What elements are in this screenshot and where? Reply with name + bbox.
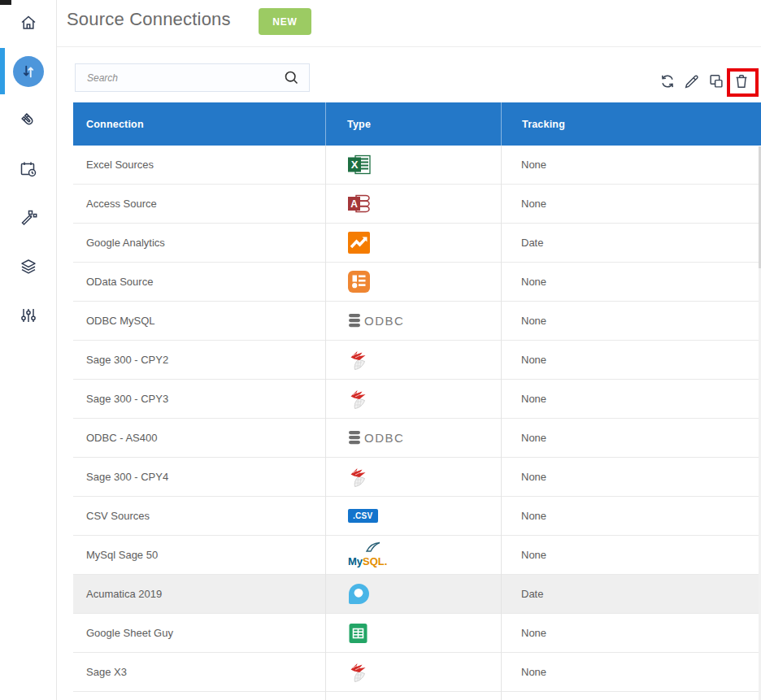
sql-server-icon bbox=[348, 388, 370, 411]
excel-icon: X bbox=[348, 154, 372, 176]
type-cell bbox=[325, 263, 501, 301]
sidebar-item-source-connections[interactable] bbox=[0, 47, 56, 96]
sidebar-item-home[interactable] bbox=[0, 0, 56, 47]
app-window: Source Connections NEW Connection bbox=[0, 0, 761, 700]
table-row[interactable]: Sage 300 - CPY4 None bbox=[73, 458, 761, 497]
connection-cell: Google Sheet Guy bbox=[73, 614, 325, 652]
mysql-icon: MySQL. bbox=[348, 543, 390, 567]
type-cell: MySQL. bbox=[325, 536, 501, 574]
access-icon: A bbox=[348, 193, 372, 215]
table-row[interactable]: MySql Sage 50 MySQL. None bbox=[73, 536, 761, 575]
tracking-cell: None bbox=[501, 653, 761, 691]
csv-icon: .CSV bbox=[348, 509, 378, 523]
connection-cell: Access Source bbox=[73, 185, 325, 223]
connection-cell: OData Source bbox=[73, 263, 325, 301]
google-sheets-icon bbox=[348, 623, 368, 644]
magic-wand-icon bbox=[19, 208, 38, 228]
tracking-cell: None bbox=[501, 380, 761, 418]
table-row[interactable]: Acumatica 2019 Date bbox=[73, 575, 761, 614]
table-row[interactable]: ODBC - AS400 ODBC None bbox=[73, 419, 761, 458]
svg-text:A: A bbox=[350, 198, 358, 210]
type-cell bbox=[325, 341, 501, 379]
magnet-icon bbox=[19, 111, 38, 130]
type-cell: X bbox=[325, 146, 501, 184]
refresh-icon bbox=[659, 72, 676, 90]
type-cell bbox=[325, 458, 501, 496]
calendar-clock-icon bbox=[19, 159, 38, 179]
table-row[interactable]: CSV Sources .CSV None bbox=[73, 497, 761, 536]
type-cell: A bbox=[325, 185, 501, 223]
delete-button[interactable] bbox=[733, 72, 750, 90]
page-title: Source Connections bbox=[67, 9, 231, 30]
google-analytics-icon bbox=[348, 232, 370, 254]
odata-icon bbox=[348, 271, 370, 293]
sidebar-item-mapping[interactable] bbox=[0, 193, 56, 242]
type-cell bbox=[325, 224, 501, 262]
tracking-cell: Date bbox=[501, 575, 761, 613]
tracking-cell: None bbox=[501, 614, 761, 652]
layers-icon bbox=[19, 257, 38, 276]
edit-pencil-icon bbox=[683, 72, 701, 90]
connection-cell: Sage X3 bbox=[73, 653, 325, 691]
column-header-tracking[interactable]: Tracking bbox=[501, 102, 761, 146]
tracking-cell: None bbox=[501, 341, 761, 379]
sidebar-item-settings[interactable] bbox=[0, 291, 56, 340]
tracking-cell: None bbox=[501, 497, 761, 535]
tracking-cell: None bbox=[501, 458, 761, 496]
table-row[interactable]: Google Analytics Date bbox=[73, 224, 761, 263]
table-row[interactable]: Sage X3 None bbox=[73, 653, 761, 692]
type-cell bbox=[325, 653, 501, 691]
connection-cell: Excel Sources bbox=[73, 146, 325, 184]
type-cell bbox=[325, 380, 501, 418]
column-header-type[interactable]: Type bbox=[325, 102, 501, 146]
trash-icon bbox=[733, 72, 750, 90]
connection-cell: CSV Sources bbox=[73, 497, 325, 535]
sidebar-item-schedule[interactable] bbox=[0, 145, 56, 193]
column-divider bbox=[501, 146, 502, 700]
sidebar-item-layers[interactable] bbox=[0, 242, 56, 291]
sql-server-icon bbox=[348, 349, 370, 372]
table-row[interactable]: Excel Sources X None bbox=[73, 146, 761, 185]
table-header: Connection Type Tracking bbox=[73, 102, 761, 146]
odbc-icon: ODBC bbox=[348, 313, 404, 328]
table-row[interactable]: Access Source A None bbox=[73, 185, 761, 224]
header-divider bbox=[57, 46, 761, 47]
column-divider bbox=[325, 146, 326, 700]
connection-cell: MySql Sage 50 bbox=[73, 536, 325, 574]
home-icon bbox=[19, 13, 38, 33]
tracking-cell: Date bbox=[501, 224, 761, 262]
table-row[interactable]: Sage 300 - CPY2 None bbox=[73, 341, 761, 380]
table-row[interactable]: ODBC MySQL ODBC None bbox=[73, 302, 761, 341]
sliders-icon bbox=[19, 306, 38, 325]
search-box bbox=[75, 63, 310, 92]
column-header-connection[interactable]: Connection bbox=[73, 102, 325, 146]
sidebar-item-magnet[interactable] bbox=[0, 96, 56, 145]
sidebar bbox=[0, 0, 57, 700]
connection-cell: ODBC MySQL bbox=[73, 302, 325, 340]
new-button[interactable]: NEW bbox=[259, 8, 311, 35]
acumatica-icon bbox=[348, 583, 370, 605]
table-row[interactable]: Google Sheet Guy None bbox=[73, 614, 761, 653]
tracking-cell: None bbox=[501, 263, 761, 301]
search-input[interactable] bbox=[75, 63, 310, 92]
copy-icon bbox=[707, 72, 725, 90]
connection-cell: Sage 300 - CPY3 bbox=[73, 380, 325, 418]
odbc-icon: ODBC bbox=[348, 430, 404, 446]
edit-button[interactable] bbox=[683, 72, 701, 90]
tracking-cell: None bbox=[501, 536, 761, 574]
type-cell bbox=[325, 575, 501, 613]
table-row[interactable]: Sage 300 - CPY3 None bbox=[73, 380, 761, 419]
refresh-button[interactable] bbox=[659, 72, 676, 90]
tracking-cell: None bbox=[501, 302, 761, 340]
svg-text:X: X bbox=[351, 159, 359, 171]
table-row[interactable]: OData Source None bbox=[73, 263, 761, 302]
search-icon[interactable] bbox=[283, 69, 300, 86]
connection-cell: Sage 300 - CPY2 bbox=[73, 341, 325, 379]
sync-arrows-icon bbox=[20, 63, 37, 80]
connection-cell: ODBC - AS400 bbox=[73, 419, 325, 457]
copy-button[interactable] bbox=[707, 72, 725, 90]
connection-cell: Sage 300 - CPY4 bbox=[73, 458, 325, 496]
sql-server-icon bbox=[348, 661, 370, 684]
table-body: Excel Sources X None Access Source A Non… bbox=[73, 146, 761, 692]
type-cell: .CSV bbox=[325, 497, 501, 535]
